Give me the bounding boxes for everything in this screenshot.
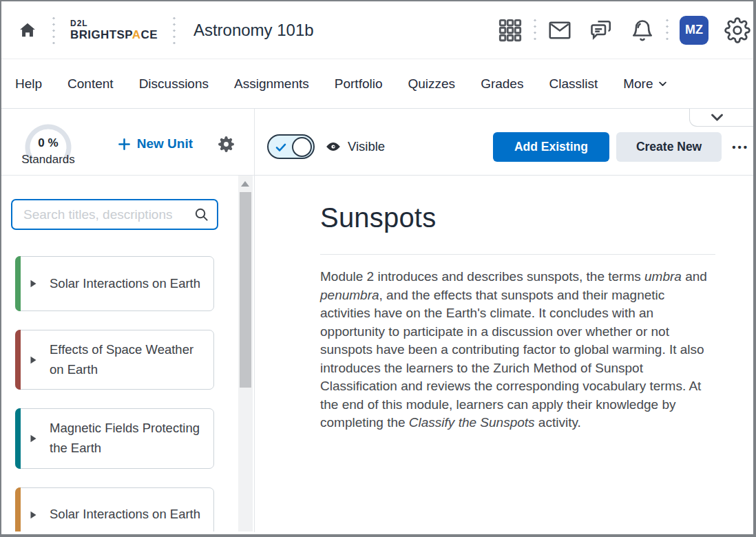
waffle-grid-icon bbox=[498, 18, 523, 43]
unit-card-magnetic-fields[interactable]: Magnetic Fields Protecting the Earth bbox=[15, 408, 214, 468]
expand-caret-icon[interactable] bbox=[30, 434, 37, 443]
more-actions-button[interactable]: ••• bbox=[732, 141, 749, 153]
app-switcher-button[interactable] bbox=[494, 14, 526, 46]
unit-color-strip bbox=[15, 408, 21, 468]
admin-gear-button[interactable] bbox=[722, 14, 753, 46]
header-divider bbox=[666, 17, 669, 43]
chevron-down-icon bbox=[710, 112, 724, 123]
gear-icon bbox=[724, 17, 750, 43]
scrollbar-thumb[interactable] bbox=[240, 192, 251, 388]
header-divider bbox=[534, 17, 536, 43]
bell-icon bbox=[630, 18, 655, 43]
expand-caret-icon[interactable] bbox=[30, 510, 37, 519]
module-toolbar: Visible Add Existing Create New ••• bbox=[255, 109, 753, 176]
expand-caret-icon[interactable] bbox=[30, 280, 37, 288]
mail-icon bbox=[547, 18, 572, 43]
search-input[interactable] bbox=[11, 199, 218, 230]
messages-button[interactable] bbox=[544, 14, 576, 46]
unit-title: Solar Interactions on Earth bbox=[50, 274, 200, 294]
header-divider bbox=[52, 15, 55, 45]
visible-status: Visible bbox=[325, 138, 385, 155]
title-divider bbox=[320, 254, 715, 255]
check-icon bbox=[275, 141, 287, 156]
unit-title: Effects of Space Weather on Earth bbox=[50, 340, 204, 379]
nav-grades[interactable]: Grades bbox=[481, 76, 523, 92]
chevron-down-icon bbox=[658, 78, 668, 89]
nav-assignments[interactable]: Assignments bbox=[234, 76, 309, 92]
main-panel: Visible Add Existing Create New ••• Suns… bbox=[255, 109, 753, 532]
unit-title: Solar Interactions on Earth bbox=[50, 505, 200, 525]
module-description: Module 2 introduces and describes sunspo… bbox=[320, 268, 715, 432]
module-content: Sunspots Module 2 introduces and describ… bbox=[255, 176, 753, 432]
home-button[interactable] bbox=[14, 17, 41, 44]
sidebar-settings-button[interactable] bbox=[218, 136, 235, 153]
gear-icon bbox=[218, 136, 235, 153]
nav-help[interactable]: Help bbox=[15, 76, 42, 92]
toolbar-actions: Add Existing Create New ••• bbox=[493, 132, 745, 162]
plus-icon bbox=[118, 138, 131, 151]
visibility-toggle[interactable] bbox=[267, 134, 315, 159]
new-unit-button[interactable]: New Unit bbox=[118, 136, 193, 151]
header-actions: MZ bbox=[490, 14, 744, 46]
toggle-knob[interactable] bbox=[292, 137, 312, 157]
nav-content[interactable]: Content bbox=[67, 76, 114, 92]
unit-title: Magnetic Fields Protecting the Earth bbox=[50, 419, 204, 458]
app-window: D2L BRIGHTSPACE Astronomy 101b bbox=[0, 0, 756, 537]
logo-d2l: D2L bbox=[70, 19, 158, 28]
sidebar-header: 0 % Standards New Unit bbox=[1, 109, 254, 176]
nav-quizzes[interactable]: Quizzes bbox=[408, 76, 455, 92]
user-avatar[interactable]: MZ bbox=[680, 16, 708, 45]
create-new-button[interactable]: Create New bbox=[616, 132, 722, 162]
collapse-panel-tab[interactable] bbox=[689, 109, 753, 127]
search-box bbox=[11, 199, 218, 230]
scroll-up-arrow-icon[interactable] bbox=[241, 181, 249, 187]
logo-accent-letter: A bbox=[132, 28, 141, 41]
unit-list-panel: Solar Interactions on Earth Effects of S… bbox=[1, 176, 254, 531]
nav-discussions[interactable]: Discussions bbox=[139, 76, 209, 92]
unit-color-strip bbox=[15, 330, 21, 390]
home-icon bbox=[19, 21, 36, 39]
progress-value: 0 % bbox=[17, 136, 80, 150]
brightspace-logo[interactable]: D2L BRIGHTSPACE bbox=[70, 19, 158, 41]
chat-button[interactable] bbox=[585, 14, 617, 46]
unit-card-solar-interactions[interactable]: Solar Interactions on Earth bbox=[15, 256, 214, 311]
eye-icon bbox=[325, 138, 342, 155]
logo-wordmark: BRIGHTSPACE bbox=[70, 28, 158, 41]
unit-card-space-weather[interactable]: Effects of Space Weather on Earth bbox=[15, 330, 214, 390]
unit-list: Solar Interactions on Earth Effects of S… bbox=[15, 256, 214, 531]
unit-color-strip bbox=[15, 487, 21, 531]
nav-classlist[interactable]: Classlist bbox=[549, 76, 598, 92]
notifications-button[interactable] bbox=[627, 14, 658, 46]
search-button[interactable] bbox=[193, 207, 209, 225]
module-title: Sunspots bbox=[320, 202, 715, 233]
expand-caret-icon[interactable] bbox=[30, 355, 37, 364]
unit-color-strip bbox=[15, 256, 21, 311]
top-header: D2L BRIGHTSPACE Astronomy 101b bbox=[1, 1, 753, 59]
search-icon bbox=[193, 207, 209, 222]
course-title: Astronomy 101b bbox=[193, 21, 314, 40]
add-existing-button[interactable]: Add Existing bbox=[493, 132, 609, 162]
unit-card-solar-interactions-2[interactable]: Solar Interactions on Earth bbox=[15, 487, 214, 531]
nav-more-label: More bbox=[623, 76, 653, 92]
content-sidebar: 0 % Standards New Unit bbox=[1, 109, 255, 532]
new-unit-label: New Unit bbox=[137, 136, 193, 151]
sidebar-scrollbar[interactable] bbox=[238, 176, 253, 531]
nav-portfolio[interactable]: Portfolio bbox=[335, 76, 383, 92]
visible-label: Visible bbox=[348, 139, 385, 154]
progress-label: Standards bbox=[17, 153, 80, 167]
chat-bubbles-icon bbox=[589, 18, 613, 43]
standards-progress-gauge: 0 % Standards bbox=[17, 116, 80, 172]
header-divider bbox=[173, 15, 176, 45]
course-navbar: Help Content Discussions Assignments Por… bbox=[1, 59, 753, 109]
nav-more-menu[interactable]: More bbox=[623, 76, 668, 92]
